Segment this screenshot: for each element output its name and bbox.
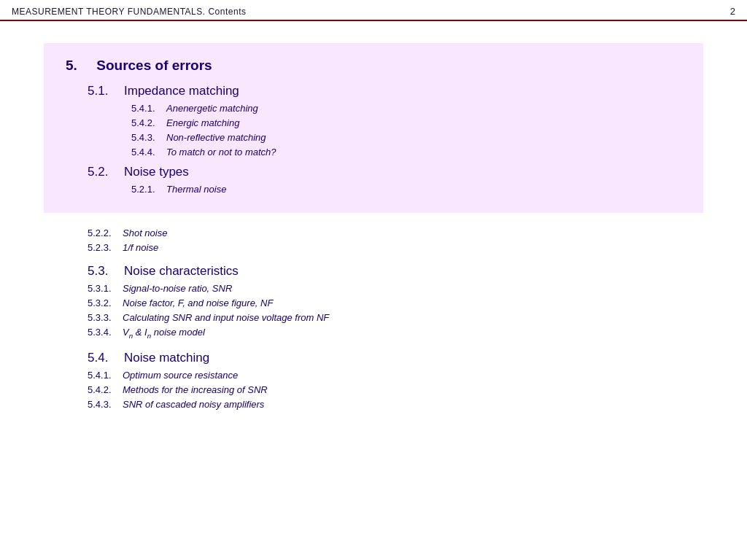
subsection-5-4-num: 5.4. <box>88 351 124 365</box>
page-number: 2 <box>730 6 735 17</box>
item-5-4-3: 5.4.3. Non-reflective matching <box>66 132 681 143</box>
item-5-4-opt-num: 5.4.1. <box>88 370 123 381</box>
item-5-4-3-num: 5.4.3. <box>131 132 166 143</box>
item-5-3-1-label: Signal-to-noise ratio, SNR <box>123 283 232 294</box>
item-5-3-1-num: 5.3.1. <box>88 283 123 294</box>
item-5-2-2-label: Shot noise <box>123 228 167 238</box>
subsection-5-2-label: Noise types <box>124 165 189 179</box>
subsection-5-3-label: Noise characteristics <box>124 264 239 279</box>
item-5-4-4-num: 5.4.4. <box>131 147 166 158</box>
subsection-5-1-num: 5.1. <box>88 84 124 98</box>
toc-outside: 5.2.2. Shot noise 5.2.3. 1/f noise 5.3. … <box>44 228 703 410</box>
item-5-4-1-num: 5.4.1. <box>131 103 166 114</box>
main-content: 5. Sources of errors 5.1. Impedance matc… <box>0 21 747 435</box>
subsection-5-1-label: Impedance matching <box>124 84 239 98</box>
item-5-4-snr: 5.4.3. SNR of cascaded noisy amplifiers <box>88 399 703 410</box>
document-title: MEASUREMENT THEORY FUNDAMENTALS. Content… <box>12 7 246 17</box>
item-5-4-methods-label: Methods for the increasing of SNR <box>123 384 268 395</box>
item-5-4-snr-label: SNR of cascaded noisy amplifiers <box>123 399 264 410</box>
subsection-5-3-num: 5.3. <box>88 264 124 279</box>
item-5-4-1: 5.4.1. Anenergetic matching <box>66 103 681 114</box>
item-5-2-3-label: 1/f noise <box>123 242 158 253</box>
item-5-2-1: 5.2.1. Thermal noise <box>66 184 681 195</box>
item-5-4-opt-label: Optimum source resistance <box>123 370 238 381</box>
item-5-2-2-num: 5.2.2. <box>88 228 123 238</box>
subsection-5-2-num: 5.2. <box>88 165 124 179</box>
item-5-4-opt: 5.4.1. Optimum source resistance <box>88 370 703 381</box>
item-5-4-4-label: To match or not to match? <box>166 147 276 158</box>
item-5-3-4-num: 5.3.4. <box>88 327 123 338</box>
item-5-4-2-label: Energic matching <box>166 117 239 128</box>
subsection-5-1: 5.1. Impedance matching <box>66 84 681 98</box>
item-5-4-1-label: Anenergetic matching <box>166 103 258 114</box>
item-5-4-methods-num: 5.4.2. <box>88 384 123 395</box>
item-5-3-3-num: 5.3.3. <box>88 312 123 323</box>
section-5-label: Sources of errors <box>96 58 212 73</box>
item-5-3-3-label: Calculating SNR and input noise voltage … <box>123 312 329 323</box>
subsection-5-4: 5.4. Noise matching <box>88 351 703 365</box>
item-5-4-2: 5.4.2. Energic matching <box>66 117 681 128</box>
item-5-4-snr-num: 5.4.3. <box>88 399 123 410</box>
item-5-3-1: 5.3.1. Signal-to-noise ratio, SNR <box>88 283 703 294</box>
item-5-3-2-label: Noise factor, F, and noise figure, NF <box>123 298 273 308</box>
item-5-4-2-num: 5.4.2. <box>131 117 166 128</box>
item-5-2-1-label: Thermal noise <box>166 184 226 195</box>
item-5-4-4: 5.4.4. To match or not to match? <box>66 147 681 158</box>
item-5-2-1-num: 5.2.1. <box>131 184 166 195</box>
item-5-2-3: 5.2.3. 1/f noise <box>88 242 703 253</box>
subsection-5-3: 5.3. Noise characteristics <box>88 264 703 279</box>
item-5-3-4-label: Vn & In noise model <box>123 327 205 340</box>
item-5-3-3: 5.3.3. Calculating SNR and input noise v… <box>88 312 703 323</box>
section-5-heading: 5. Sources of errors <box>66 58 681 74</box>
section-5-num: 5. <box>66 58 77 73</box>
subsection-5-2: 5.2. Noise types <box>66 165 681 179</box>
item-5-3-2-num: 5.3.2. <box>88 298 123 308</box>
highlighted-section: 5. Sources of errors 5.1. Impedance matc… <box>44 43 703 213</box>
item-5-3-2: 5.3.2. Noise factor, F, and noise figure… <box>88 298 703 308</box>
item-5-2-2: 5.2.2. Shot noise <box>88 228 703 238</box>
item-5-4-3-label: Non-reflective matching <box>166 132 266 143</box>
subsection-5-4-label: Noise matching <box>124 351 209 365</box>
item-5-3-4: 5.3.4. Vn & In noise model <box>88 327 703 340</box>
page-header: MEASUREMENT THEORY FUNDAMENTALS. Content… <box>0 0 747 21</box>
item-5-2-3-num: 5.2.3. <box>88 242 123 253</box>
item-5-4-methods: 5.4.2. Methods for the increasing of SNR <box>88 384 703 395</box>
